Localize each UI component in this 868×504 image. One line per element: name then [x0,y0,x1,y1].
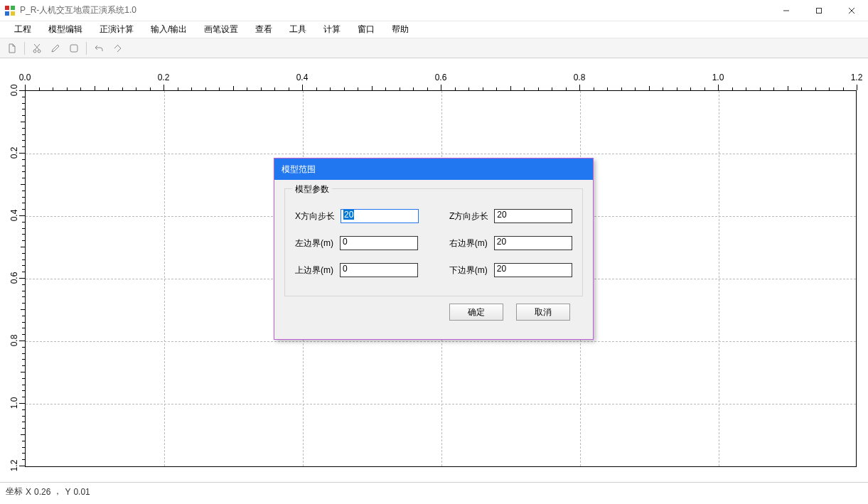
y-tick-label: 0.6 [9,272,19,284]
x-tick-minor [358,87,358,90]
x-tick-minor [67,87,68,90]
y-tick-minor [22,191,25,191]
x-tick-minor [829,87,830,90]
menu-help[interactable]: 帮助 [383,21,417,38]
x-step-input[interactable]: 20 [341,209,419,223]
dialog-titlebar[interactable]: 模型范围 [274,159,593,180]
status-y-prefix: Y [65,487,70,497]
y-tick-minor [22,134,25,135]
svg-rect-5 [817,9,822,14]
y-tick-minor [22,146,25,147]
x-tick-label: 1.2 [851,73,863,82]
bottom-boundary-label: 下边界(m) [449,264,488,277]
y-tick-minor [22,296,25,297]
y-tick-label: 0.2 [9,147,19,159]
menu-calc[interactable]: 计算 [315,21,349,38]
undo-icon[interactable] [91,41,107,56]
toolbar-separator [24,42,25,55]
y-tick-minor [22,253,25,254]
x-tick-minor [372,86,373,90]
status-y-value: 0.01 [73,487,90,497]
pencil-icon[interactable] [48,41,63,56]
menu-io[interactable]: 输入/输出 [142,21,195,38]
y-tick-minor [22,109,25,109]
y-tick-major [19,90,25,91]
x-tick-label: 1.0 [712,73,724,82]
x-tick-minor [621,87,622,90]
x-tick-label: 0.2 [158,73,170,82]
new-doc-icon[interactable] [4,41,20,56]
bottom-boundary-input[interactable]: 20 [494,263,572,277]
menu-window[interactable]: 窗口 [349,21,383,38]
window-titlebar: P_R-人机交互地震正演系统1.0 [0,0,868,21]
y-tick-minor [22,228,25,229]
window-controls [770,0,868,21]
x-tick-minor [39,87,40,90]
svg-rect-1 [11,6,15,10]
menu-pen-settings[interactable]: 画笔设置 [195,21,247,38]
y-tick-minor [22,171,25,172]
x-tick-major [302,85,303,90]
menu-forward-calc[interactable]: 正演计算 [91,21,142,38]
x-tick-minor [649,86,650,90]
z-step-input[interactable]: 20 [494,209,572,223]
x-tick-major [441,85,441,90]
x-tick-minor [316,87,317,90]
right-boundary-input[interactable]: 20 [494,236,572,250]
y-tick-minor [22,234,25,235]
y-tick-minor [22,240,25,241]
gridline [26,404,856,404]
y-tick-minor [22,97,25,97]
menu-tools[interactable]: 工具 [281,21,315,38]
y-tick-minor [22,428,25,429]
y-tick-minor [22,203,25,203]
circle-icon[interactable] [66,41,82,56]
y-tick-minor [22,128,25,129]
left-boundary-input[interactable]: 0 [340,236,418,250]
x-tick-minor [663,87,663,90]
x-tick-minor [289,87,289,90]
x-tick-minor [635,87,636,90]
ok-button[interactable]: 确定 [449,304,503,321]
x-tick-minor [80,87,81,90]
y-tick-label: 0.0 [9,85,19,97]
y-tick-minor [22,115,25,116]
x-tick-minor [607,87,608,90]
groupbox-title: 模型参数 [292,183,332,195]
y-tick-major [19,466,25,466]
y-tick-minor [22,359,25,360]
y-tick-minor [22,390,25,391]
menu-model-edit[interactable]: 模型编辑 [40,21,91,38]
y-tick-major [19,153,25,154]
x-tick-minor [400,87,400,90]
plot-area[interactable]: 0.0 0.2 0.4 0.6 0.8 1.0 1.2 0.0 0.2 0.4 … [0,58,868,482]
x-tick-minor [483,87,483,90]
close-button[interactable] [835,0,868,21]
y-tick-minor [22,259,25,260]
y-tick-minor [22,441,25,441]
svg-rect-12 [70,45,77,52]
model-range-dialog: 模型范围 模型参数 X方向步长 20 Z方向步长 20 左边界(m) 0 右边界… [274,158,594,340]
y-tick-minor [22,222,25,222]
y-tick-label: 1.2 [9,460,19,472]
x-tick-major [164,85,164,90]
minimize-button[interactable] [770,0,803,21]
menu-project[interactable]: 工程 [6,21,40,38]
x-tick-minor [468,87,469,90]
y-tick-minor [21,372,25,372]
cut-icon[interactable] [29,41,45,56]
gridline [26,341,856,342]
top-boundary-input[interactable]: 0 [340,263,418,277]
menu-view[interactable]: 查看 [247,21,281,38]
x-tick-minor [760,87,761,90]
maximize-button[interactable] [803,0,835,21]
x-tick-minor [191,87,192,90]
y-tick-major [19,215,25,216]
x-tick-minor [552,87,552,90]
redo-brush-icon[interactable] [109,41,125,56]
status-x-prefix: X [26,487,31,497]
cancel-button[interactable]: 取消 [516,304,570,321]
dialog-body: 模型参数 X方向步长 20 Z方向步长 20 左边界(m) 0 右边界(m) 2… [274,180,593,326]
x-tick-label: 0.0 [19,73,31,82]
x-tick-minor [274,87,275,90]
